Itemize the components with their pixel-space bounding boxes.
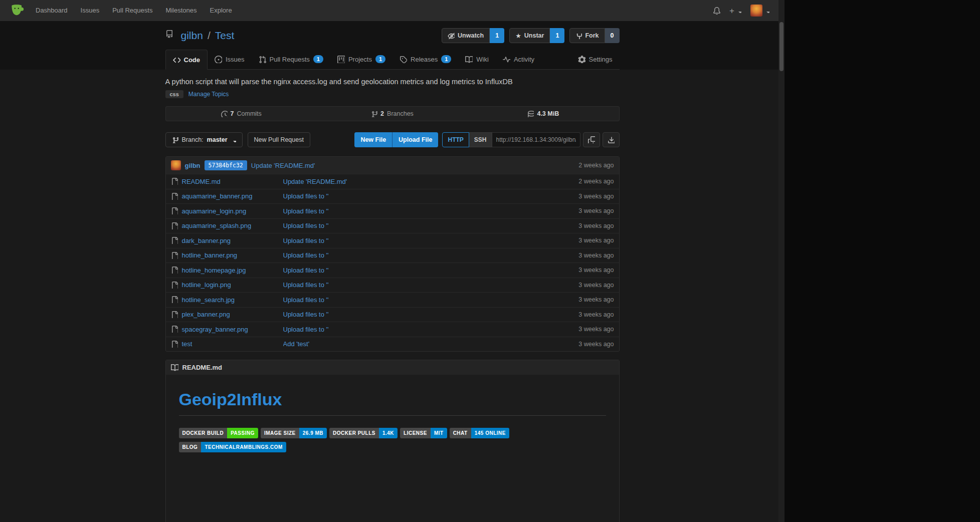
license-badge[interactable]: LICENSE MIT: [400, 428, 447, 438]
commit-author-avatar[interactable]: [171, 160, 181, 170]
page-scrollbar[interactable]: [778, 0, 785, 522]
nav-item-explore[interactable]: Explore: [204, 0, 239, 21]
nav-item-dashboard[interactable]: Dashboard: [29, 0, 74, 21]
repo-owner-link[interactable]: gilbn: [181, 30, 203, 42]
file-commit-link[interactable]: Upload files to '': [283, 251, 329, 259]
unwatch-label: Unwatch: [458, 32, 484, 39]
file-link[interactable]: aquamarine_splash.png: [182, 222, 252, 229]
tag-icon: [400, 56, 407, 63]
file-icon: [171, 222, 178, 229]
download-archive-button[interactable]: [603, 132, 620, 147]
upload-file-button[interactable]: Upload File: [393, 132, 438, 147]
commit-hash-badge[interactable]: 57384bfc32: [205, 160, 247, 170]
nav-item-milestones[interactable]: Milestones: [159, 0, 203, 21]
file-icon: [171, 326, 178, 333]
commit-author-link[interactable]: gilbn: [185, 162, 201, 169]
file-commit-link[interactable]: Upload files to '': [283, 207, 329, 215]
file-link[interactable]: hotline_login.png: [182, 281, 231, 289]
repo-header: gilbn / Test Unwatch 1 ★: [0, 21, 785, 70]
user-menu[interactable]: [750, 5, 769, 17]
copy-url-button[interactable]: [583, 132, 600, 147]
commit-message-link[interactable]: Update 'README.md': [251, 162, 315, 169]
branch-selector[interactable]: Branch: master: [165, 132, 243, 147]
file-commit-link[interactable]: Upload files to '': [283, 281, 329, 289]
file-link[interactable]: test: [182, 340, 192, 348]
notifications-bell-icon[interactable]: [713, 7, 720, 15]
forks-count[interactable]: 0: [605, 28, 620, 43]
file-commit-link[interactable]: Upload files to '': [283, 311, 329, 318]
tab-settings[interactable]: Settings: [571, 49, 620, 69]
create-new-menu[interactable]: +: [729, 7, 741, 15]
file-commit-link[interactable]: Upload files to '': [283, 267, 329, 274]
nav-item-pull-requests[interactable]: Pull Requests: [106, 0, 159, 21]
gitea-logo-icon[interactable]: [9, 3, 24, 18]
file-table: gilbn 57384bfc32 Update 'README.md' 2 we…: [165, 156, 620, 352]
git-branch-icon: [172, 137, 178, 143]
ssh-protocol-button[interactable]: SSH: [469, 132, 492, 147]
tab-issues[interactable]: Issues: [208, 49, 252, 69]
readme-header: README.md: [166, 360, 619, 375]
tab-projects[interactable]: Projects 1: [330, 49, 393, 69]
new-pull-request-button[interactable]: New Pull Request: [248, 132, 310, 147]
file-commit-link[interactable]: Upload files to '': [283, 222, 329, 229]
unwatch-button[interactable]: Unwatch: [442, 28, 490, 43]
fork-button[interactable]: Fork: [569, 28, 605, 43]
file-icon: [171, 193, 178, 200]
readme-badges-row-1: DOCKER BUILD PASSING IMAGE SIZE 26.9 MB …: [179, 428, 606, 438]
file-link[interactable]: spacegray_banner.png: [182, 326, 248, 333]
fork-icon: [575, 33, 582, 39]
file-link[interactable]: hotline_banner.png: [182, 251, 238, 259]
tab-wiki[interactable]: Wiki: [458, 49, 496, 69]
blog-badge[interactable]: BLOG TECHNICALRAMBLINGS.COM: [179, 442, 286, 452]
badge-value: TECHNICALRAMBLINGS.COM: [201, 442, 286, 452]
branches-stat[interactable]: 2 Branches: [317, 107, 468, 121]
badge-value: 145 ONLINE: [471, 428, 509, 438]
new-file-button[interactable]: New File: [354, 132, 392, 147]
repo-stats-bar: 7 Commits 2 Branches 4.3 MiB: [165, 106, 620, 121]
manage-topics-link[interactable]: Manage Topics: [188, 91, 229, 98]
file-commit-link[interactable]: Upload files to '': [283, 326, 329, 333]
file-actions-group: New File Upload File: [354, 132, 438, 147]
file-commit-link[interactable]: Upload files to '': [283, 192, 329, 200]
repo-name-link[interactable]: Test: [215, 30, 235, 42]
image-size-badge[interactable]: IMAGE SIZE 26.9 MB: [261, 428, 327, 438]
commits-stat[interactable]: 7 Commits: [166, 107, 317, 121]
watchers-count[interactable]: 1: [490, 28, 504, 43]
commits-label: Commits: [237, 110, 261, 117]
file-link[interactable]: aquamarine_login.png: [182, 207, 247, 215]
releases-badge: 1: [441, 55, 451, 63]
file-commit-link[interactable]: Upload files to '': [283, 296, 329, 304]
table-row: aquamarine_login.png Upload files to '' …: [166, 203, 619, 218]
file-link[interactable]: dark_banner.png: [182, 237, 231, 244]
tab-code[interactable]: Code: [165, 50, 208, 70]
readme-panel: README.md Geoip2Influx DOCKER BUILD PASS…: [165, 360, 620, 522]
file-link[interactable]: plex_banner.png: [182, 311, 230, 318]
clipboard-icon: [588, 136, 595, 143]
tab-pull-requests[interactable]: Pull Requests 1: [252, 49, 330, 69]
tab-activity[interactable]: Activity: [496, 49, 541, 69]
chevron-down-icon: [231, 137, 236, 142]
scrollbar-thumb[interactable]: [779, 22, 783, 71]
file-link[interactable]: hotline_homepage.jpg: [182, 267, 246, 274]
clone-url-input[interactable]: [492, 132, 580, 147]
topic-chip-css[interactable]: css: [165, 90, 183, 98]
docker-build-badge[interactable]: DOCKER BUILD PASSING: [179, 428, 258, 438]
file-commit-link[interactable]: Add 'test': [283, 340, 310, 348]
download-icon: [608, 136, 615, 143]
stars-count[interactable]: 1: [550, 28, 564, 43]
http-protocol-button[interactable]: HTTP: [442, 132, 469, 147]
nav-item-issues[interactable]: Issues: [74, 0, 106, 21]
tab-releases[interactable]: Releases 1: [393, 49, 458, 69]
file-commit-link[interactable]: Upload files to '': [283, 237, 329, 244]
file-link[interactable]: README.md: [182, 178, 221, 185]
tab-issues-label: Issues: [226, 56, 245, 63]
file-link[interactable]: aquamarine_banner.png: [182, 192, 253, 200]
unstar-button[interactable]: ★ Unstar: [509, 28, 550, 43]
docker-pulls-badge[interactable]: DOCKER PULLS 1.4K: [329, 428, 398, 438]
readme-title: Geoip2Influx: [179, 390, 606, 416]
chat-badge[interactable]: CHAT 145 ONLINE: [450, 428, 509, 438]
tab-wiki-label: Wiki: [476, 56, 489, 63]
file-link[interactable]: hotline_search.jpg: [182, 296, 235, 304]
file-commit-link[interactable]: Update 'README.md': [283, 178, 347, 185]
badge-label: DOCKER BUILD: [179, 428, 228, 438]
